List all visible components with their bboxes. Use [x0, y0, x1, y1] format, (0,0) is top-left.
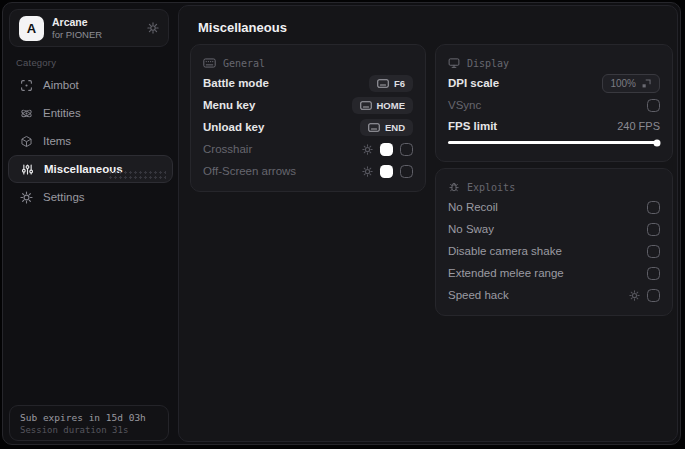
fps-limit-slider[interactable]: [448, 141, 660, 144]
no-sway-label: No Sway: [448, 223, 494, 235]
gear-icon[interactable]: [362, 166, 373, 177]
sidebar-item-label: Entities: [43, 107, 81, 119]
app-window: A Arcane for PIONER Category: [2, 2, 681, 445]
speed-hack-row: Speed hack: [448, 284, 660, 306]
fps-limit-row: FPS limit 240 FPS: [448, 116, 660, 136]
display-card-title: Display: [467, 58, 509, 69]
unload-key-keybind[interactable]: END: [360, 119, 413, 136]
sidebar-item-label: Items: [43, 135, 71, 147]
sidebar-item-entities[interactable]: Entities: [3, 99, 178, 127]
color-swatch[interactable]: [380, 143, 393, 156]
battle-mode-row: Battle mode F6: [203, 72, 413, 94]
sidebar: A Arcane for PIONER Category: [3, 3, 178, 444]
dpi-scale-value: 100%: [610, 78, 636, 89]
crosshair-checkbox[interactable]: [400, 143, 413, 156]
app-logo-card: A Arcane for PIONER: [9, 9, 169, 47]
menu-key-label: Menu key: [203, 99, 255, 111]
dpi-scale-row: DPI scale 100%: [448, 72, 660, 94]
battle-mode-keybind[interactable]: F6: [369, 75, 413, 92]
dpi-scale-button[interactable]: 100%: [602, 74, 660, 93]
crosshair-label: Crosshair: [203, 143, 252, 155]
speed-hack-label: Speed hack: [448, 289, 509, 301]
no-recoil-label: No Recoil: [448, 201, 498, 213]
extended-melee-range-row: Extended melee range: [448, 262, 660, 284]
extended-melee-range-label: Extended melee range: [448, 267, 564, 279]
offscreen-arrows-label: Off-Screen arrows: [203, 165, 296, 177]
keyboard-icon: [360, 101, 372, 110]
exploits-card-header: Exploits: [448, 178, 660, 196]
category-label: Category: [16, 57, 56, 68]
package-icon: [19, 135, 33, 148]
app-subtitle: for PIONER: [52, 29, 139, 41]
subscription-info-card: Sub expires in 15d 03h Session duration …: [9, 405, 169, 441]
monitor-icon: [448, 57, 460, 69]
fps-slider-fill: [448, 141, 657, 144]
app-title-block: Arcane for PIONER: [52, 16, 139, 41]
dpi-scale-label: DPI scale: [448, 77, 499, 89]
offscreen-arrows-row: Off-Screen arrows: [203, 160, 413, 182]
app-logo: A: [19, 16, 44, 41]
atom-icon: [19, 107, 33, 120]
exploits-card: Exploits No Recoil No Sway Disable camer…: [435, 168, 673, 316]
sidebar-item-items[interactable]: Items: [3, 127, 178, 155]
disable-camera-shake-label: Disable camera shake: [448, 245, 562, 257]
gear-icon[interactable]: [362, 144, 373, 155]
battle-mode-label: Battle mode: [203, 77, 269, 89]
exploits-card-title: Exploits: [467, 182, 515, 193]
gear-icon: [19, 191, 33, 204]
page-title: Miscellaneous: [198, 20, 287, 35]
extended-melee-range-checkbox[interactable]: [647, 267, 660, 280]
general-card: General Battle mode F6 Menu key: [190, 44, 426, 192]
sidebar-item-label: Aimbot: [43, 79, 79, 91]
offscreen-arrows-checkbox[interactable]: [400, 165, 413, 178]
keybind-value: HOME: [377, 100, 406, 111]
color-swatch[interactable]: [380, 165, 393, 178]
sidebar-nav: Aimbot Entities: [3, 71, 178, 211]
session-duration-text: Session duration 31s: [20, 425, 158, 435]
vsync-label: VSync: [448, 99, 481, 111]
no-sway-row: No Sway: [448, 218, 660, 240]
menu-key-row: Menu key HOME: [203, 94, 413, 116]
disable-camera-shake-row: Disable camera shake: [448, 240, 660, 262]
fps-slider-thumb[interactable]: [653, 139, 660, 146]
vsync-checkbox[interactable]: [647, 99, 660, 112]
crosshair-scan-icon: [19, 79, 33, 92]
keyboard-icon: [203, 58, 216, 68]
display-card: Display DPI scale 100% VSync: [435, 44, 673, 162]
sidebar-item-label: Miscellaneous: [44, 163, 123, 175]
sub-expires-text: Sub expires in 15d 03h: [20, 412, 158, 423]
display-card-header: Display: [448, 54, 660, 72]
sliders-icon: [20, 163, 34, 176]
unload-key-row: Unload key END: [203, 116, 413, 138]
sidebar-item-aimbot[interactable]: Aimbot: [3, 71, 178, 99]
keyboard-icon: [368, 123, 380, 132]
menu-key-keybind[interactable]: HOME: [352, 97, 414, 114]
no-sway-checkbox[interactable]: [647, 223, 660, 236]
no-recoil-checkbox[interactable]: [647, 201, 660, 214]
fps-limit-label: FPS limit: [448, 120, 497, 132]
disable-camera-shake-checkbox[interactable]: [647, 245, 660, 258]
bug-icon: [448, 181, 460, 193]
sidebar-item-miscellaneous[interactable]: Miscellaneous: [8, 155, 173, 183]
scale-icon: [641, 78, 652, 89]
fps-limit-value: 240 FPS: [617, 120, 660, 132]
general-card-title: General: [223, 58, 265, 69]
general-card-header: General: [203, 54, 413, 72]
vsync-row: VSync: [448, 94, 660, 116]
gear-icon[interactable]: [629, 290, 640, 301]
app-name: Arcane: [52, 16, 139, 29]
no-recoil-row: No Recoil: [448, 196, 660, 218]
keybind-value: F6: [394, 78, 405, 89]
gear-icon[interactable]: [147, 22, 159, 34]
sidebar-item-settings[interactable]: Settings: [3, 183, 178, 211]
main-panel: Miscellaneous General Battle mode: [178, 5, 678, 442]
speed-hack-checkbox[interactable]: [647, 289, 660, 302]
unload-key-label: Unload key: [203, 121, 264, 133]
crosshair-row: Crosshair: [203, 138, 413, 160]
keyboard-icon: [377, 79, 389, 88]
keybind-value: END: [385, 122, 405, 133]
sidebar-item-label: Settings: [43, 191, 85, 203]
